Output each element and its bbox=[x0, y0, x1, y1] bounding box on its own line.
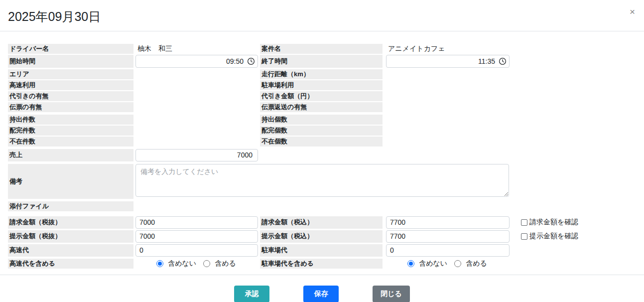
sales-input[interactable] bbox=[135, 149, 258, 161]
radio-parking-include[interactable] bbox=[454, 260, 461, 267]
modal-header: 2025年09月30日 × bbox=[0, 0, 644, 31]
approve-button[interactable]: 承認 bbox=[234, 286, 269, 302]
include-highway-radio-group: 含めない 含める bbox=[135, 259, 258, 268]
driver-name-value: 柚木 和三 bbox=[135, 44, 172, 53]
row-area-distance: エリア 走行距離（km） bbox=[8, 69, 636, 79]
row-driver-case: ドライバー名 柚木 和三 案件名 アニメイトカフェ bbox=[8, 44, 636, 54]
delivered-count-label: 配完件数 bbox=[8, 126, 133, 136]
highway-fee-label: 高速代 bbox=[8, 244, 133, 257]
sales-label: 売上 bbox=[8, 149, 133, 161]
delivered-pieces-label: 配完個数 bbox=[260, 126, 383, 136]
quote-confirm-label: 提示金額を確認 bbox=[529, 232, 578, 241]
remarks-textarea[interactable] bbox=[135, 164, 509, 197]
radio-highway-exclude[interactable] bbox=[156, 260, 163, 267]
row-remarks: 備考 bbox=[8, 164, 636, 199]
modal-title-date: 2025年09月30日 bbox=[8, 8, 636, 25]
row-highway-parking-use: 高速利用 駐車場利用 bbox=[8, 80, 636, 90]
modal-body: ドライバー名 柚木 和三 案件名 アニメイトカフェ 開始時間 終了時間 bbox=[0, 31, 644, 269]
row-times: 開始時間 終了時間 bbox=[8, 55, 636, 68]
slip-presence-label: 伝票の有無 bbox=[8, 102, 133, 112]
parking-fee-input[interactable] bbox=[386, 244, 510, 257]
include-highway-label: 高速代を含める bbox=[8, 259, 133, 269]
pickup-pieces-label: 持出個数 bbox=[260, 115, 383, 125]
billing-confirm-label: 請求金額を確認 bbox=[529, 218, 578, 227]
radio-parking-include-label: 含める bbox=[466, 259, 487, 268]
radio-highway-exclude-label: 含めない bbox=[168, 259, 196, 268]
end-time-label: 終了時間 bbox=[260, 55, 383, 68]
quote-incl-label: 提示金額（税込） bbox=[260, 230, 383, 243]
billing-confirm-checkbox[interactable] bbox=[521, 219, 527, 226]
row-absent: 不在件数 不在個数 bbox=[8, 137, 636, 147]
row-slip: 伝票の有無 伝票返送の有無 bbox=[8, 102, 636, 112]
highway-use-label: 高速利用 bbox=[8, 80, 133, 90]
include-parking-label: 駐車場代を含める bbox=[260, 259, 383, 269]
modal-footer: 承認 保存 閉じる bbox=[0, 275, 644, 302]
radio-highway-include-label: 含める bbox=[215, 259, 236, 268]
row-delivered: 配完件数 配完個数 bbox=[8, 126, 636, 136]
billing-incl-input[interactable] bbox=[386, 216, 510, 229]
start-time-input[interactable] bbox=[135, 55, 258, 68]
area-label: エリア bbox=[8, 69, 133, 79]
close-button[interactable]: 閉じる bbox=[373, 286, 410, 302]
report-modal: 2025年09月30日 × ドライバー名 柚木 和三 案件名 アニメイトカフェ … bbox=[0, 0, 644, 302]
row-cod: 代引きの有無 代引き金額（円） bbox=[8, 91, 636, 101]
slip-return-label: 伝票返送の有無 bbox=[260, 102, 383, 112]
distance-label: 走行距離（km） bbox=[260, 69, 383, 79]
save-button[interactable]: 保存 bbox=[303, 286, 339, 302]
parking-fee-label: 駐車場代 bbox=[260, 244, 383, 257]
cod-amount-label: 代引き金額（円） bbox=[260, 91, 383, 101]
quote-incl-input[interactable] bbox=[386, 230, 510, 243]
pickup-count-label: 持出件数 bbox=[8, 115, 133, 125]
quote-excl-input[interactable] bbox=[135, 230, 258, 243]
absent-count-label: 不在件数 bbox=[8, 137, 133, 147]
include-parking-radio-group: 含めない 含める bbox=[386, 259, 510, 268]
row-quote: 提示金額（税抜） 提示金額（税込） 提示金額を確認 bbox=[8, 230, 636, 243]
billing-excl-input[interactable] bbox=[135, 216, 258, 229]
absent-pieces-label: 不在個数 bbox=[260, 137, 383, 147]
attachments-label: 添付ファイル bbox=[8, 201, 133, 211]
radio-highway-include[interactable] bbox=[203, 260, 210, 267]
parking-use-label: 駐車場利用 bbox=[260, 80, 383, 90]
case-name-label: 案件名 bbox=[260, 44, 383, 54]
end-time-input[interactable] bbox=[386, 55, 510, 68]
remarks-label: 備考 bbox=[8, 164, 133, 199]
highway-fee-input[interactable] bbox=[135, 244, 258, 257]
cod-presence-label: 代引きの有無 bbox=[8, 91, 133, 101]
quote-excl-label: 提示金額（税抜） bbox=[8, 230, 133, 243]
start-time-label: 開始時間 bbox=[8, 55, 133, 68]
radio-parking-exclude[interactable] bbox=[407, 260, 414, 267]
row-fees: 高速代 駐車場代 bbox=[8, 244, 636, 257]
radio-parking-exclude-label: 含めない bbox=[419, 259, 447, 268]
driver-name-label: ドライバー名 bbox=[8, 44, 133, 54]
clock-icon[interactable] bbox=[247, 57, 255, 65]
row-sales: 売上 bbox=[8, 149, 636, 161]
billing-excl-label: 請求金額（税抜） bbox=[8, 216, 133, 229]
case-name-value: アニメイトカフェ bbox=[386, 44, 445, 53]
close-icon[interactable]: × bbox=[630, 7, 635, 16]
quote-confirm-checkbox[interactable] bbox=[521, 233, 527, 240]
row-include-radios: 高速代を含める 含めない 含める 駐車場代を含める 含めない 含める bbox=[8, 259, 636, 269]
clock-icon[interactable] bbox=[499, 57, 507, 65]
row-billing: 請求金額（税抜） 請求金額（税込） 請求金額を確認 bbox=[8, 216, 636, 229]
row-pickup: 持出件数 持出個数 bbox=[8, 115, 636, 125]
billing-incl-label: 請求金額（税込） bbox=[260, 216, 383, 229]
row-attachments: 添付ファイル bbox=[8, 201, 636, 211]
